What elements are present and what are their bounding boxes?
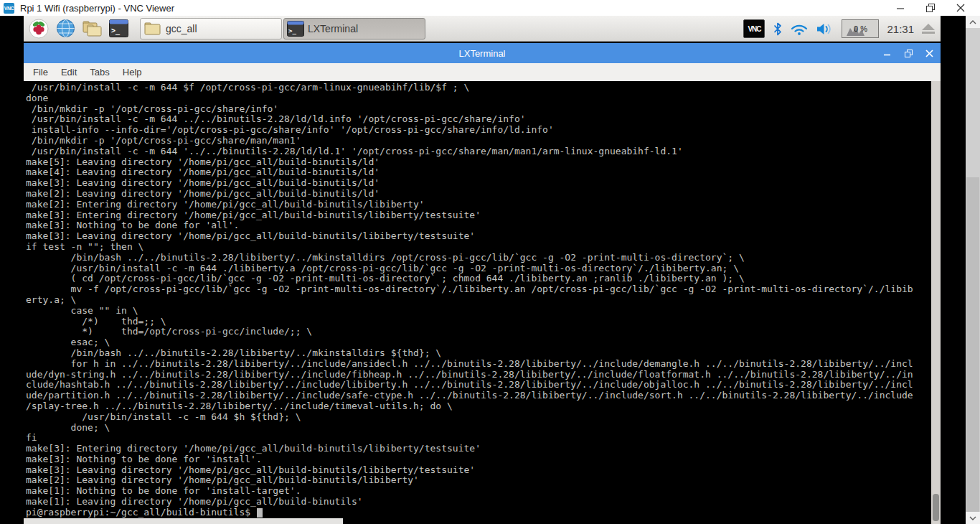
remote-desktop: >_ gcc_all >_ LXTerminal VNC bbox=[24, 16, 941, 524]
terminal-output-row: if test -n ""; then \ bbox=[26, 242, 913, 253]
terminal-output-row: case "" in \ bbox=[26, 306, 913, 317]
terminal-output-row: /usr/bin/install -c -m 644 $h ${thd}; \ bbox=[26, 412, 913, 423]
terminal-icon: >_ bbox=[287, 21, 304, 37]
cpu-usage-monitor[interactable]: 0 % bbox=[842, 19, 879, 38]
terminal-output-row: make[3]: Entering directory '/home/pi/gc… bbox=[26, 444, 913, 454]
terminal-output-row: make[2]: Entering directory '/home/pi/gc… bbox=[26, 200, 913, 210]
terminal-scrollbar[interactable] bbox=[931, 81, 941, 524]
pi-taskbar: >_ gcc_all >_ LXTerminal VNC bbox=[24, 16, 941, 42]
terminal-output-row: /usr/bin/install -c -m 644 ../../binutil… bbox=[26, 114, 913, 125]
close-icon[interactable] bbox=[923, 47, 935, 59]
terminal-output-row: clude/hashtab.h ../../binutils-2.28/libi… bbox=[26, 380, 913, 390]
maximize-restore-icon[interactable] bbox=[903, 47, 914, 59]
terminal-output-row: make[3]: Leaving directory '/home/pi/gcc… bbox=[26, 231, 913, 242]
terminal-output-row: /bin/bash ../../binutils-2.28/libiberty/… bbox=[26, 348, 913, 359]
terminal-output-row: /bin/bash ../../binutils-2.28/libiberty/… bbox=[26, 253, 913, 263]
vnc-viewer-titlebar[interactable]: VNC Rpi 1 Wifi (raspberrypi) - VNC Viewe… bbox=[0, 0, 980, 16]
terminal-output-row: /*) thd=;; \ bbox=[26, 317, 913, 327]
clock[interactable]: 21:31 bbox=[887, 23, 914, 35]
close-icon[interactable] bbox=[946, 0, 976, 16]
terminal-output-row: install-info --info-dir='/opt/cross-pi-g… bbox=[26, 125, 913, 136]
terminal-output-row: make[1]: Nothing to be done for 'install… bbox=[26, 486, 913, 497]
vnc-scrollbar-thumb[interactable] bbox=[966, 177, 979, 512]
terminal-prompt-line: pi@raspberrypi:~/gcc_all/build-binutils$ bbox=[26, 507, 913, 518]
terminal-output-row: make[3]: Leaving directory '/home/pi/gcc… bbox=[26, 465, 913, 476]
taskbar-button-gcc-all[interactable]: gcc_all bbox=[140, 18, 282, 39]
bluetooth-icon[interactable] bbox=[773, 22, 783, 36]
vnc-window-controls bbox=[885, 0, 976, 16]
volume-icon[interactable] bbox=[816, 22, 834, 36]
svg-text:>_: >_ bbox=[288, 27, 296, 34]
terminal-output-row: for h in ../../binutils-2.28/libiberty/.… bbox=[26, 359, 913, 370]
maximize-restore-icon[interactable] bbox=[915, 0, 946, 16]
terminal-output-row: ( cd /opt/cross-pi-gcc/lib/`gcc -g -O2 -… bbox=[26, 273, 913, 284]
terminal-output-row: make[5]: Leaving directory '/home/pi/gcc… bbox=[26, 157, 913, 168]
terminal-output-row: /bin/mkdir -p '/opt/cross-pi-gcc/share/m… bbox=[26, 136, 913, 146]
terminal-output-row: make[3]: Nothing to be done for 'all'. bbox=[26, 220, 913, 231]
menu-tabs[interactable]: Tabs bbox=[83, 67, 116, 78]
terminal-output-area[interactable]: /usr/bin/install -c -m 644 $f /opt/cross… bbox=[24, 81, 941, 524]
web-browser-icon[interactable] bbox=[54, 17, 77, 40]
terminal-output-row: make[1]: Leaving directory '/home/pi/gcc… bbox=[26, 497, 913, 507]
lxterminal-titlebar[interactable]: LXTerminal bbox=[24, 43, 941, 63]
folder-icon bbox=[143, 21, 162, 37]
vnc-window-title: Rpi 1 Wifi (raspberrypi) - VNC Viewer bbox=[20, 3, 174, 14]
vnc-app-icon: VNC bbox=[4, 3, 14, 14]
terminal-output-row: make[3]: Entering directory '/home/pi/gc… bbox=[26, 210, 913, 221]
terminal-output-row: esac; \ bbox=[26, 337, 913, 348]
taskbar-button-lxterminal[interactable]: >_ LXTerminal bbox=[283, 18, 425, 39]
terminal-output-row: ude/partition.h ../../binutils-2.28/libi… bbox=[26, 390, 913, 401]
vnc-server-tray-icon[interactable]: VNC bbox=[743, 19, 765, 38]
menu-file[interactable]: File bbox=[27, 67, 55, 78]
lxterminal-window-controls bbox=[882, 43, 935, 63]
system-tray: VNC 0 % 21:31 bbox=[743, 16, 938, 42]
file-manager-icon[interactable] bbox=[80, 17, 103, 40]
terminal-output-row: /usr/bin/install -c -m 644 $f /opt/cross… bbox=[26, 83, 913, 93]
terminal-output-row: /usr/bin/install -c -m 644 '../../binuti… bbox=[26, 146, 913, 157]
wifi-icon[interactable] bbox=[791, 23, 808, 35]
minimize-icon[interactable] bbox=[882, 47, 893, 59]
terminal-output-row: /splay-tree.h ../../binutils-2.28/libibe… bbox=[26, 401, 913, 412]
shell-prompt: pi@raspberrypi:~/gcc_all/build-binutils$ bbox=[26, 507, 256, 518]
terminal-output-row: done bbox=[26, 93, 913, 104]
terminal-output-row: mv -f /opt/cross-pi-gcc/lib/`gcc -g -O2 … bbox=[26, 284, 913, 295]
raspberry-menu-icon[interactable] bbox=[27, 17, 50, 40]
terminal-output-row: /bin/mkdir -p '/opt/cross-pi-gcc/share/i… bbox=[26, 104, 913, 115]
menu-help[interactable]: Help bbox=[116, 67, 149, 78]
terminal-output-row: *) thd=/opt/cross-pi-gcc/include/;; \ bbox=[26, 327, 913, 337]
scroll-down-icon[interactable] bbox=[966, 512, 980, 524]
terminal-output-row: make[4]: Leaving directory '/home/pi/gcc… bbox=[26, 167, 913, 178]
scroll-up-icon[interactable] bbox=[966, 16, 980, 28]
terminal-output-row: ude/dyn-string.h ../../binutils-2.28/lib… bbox=[26, 370, 913, 380]
terminal-output-row: make[2]: Leaving directory '/home/pi/gcc… bbox=[26, 189, 913, 200]
terminal-output-row: done; \ bbox=[26, 423, 913, 434]
terminal-output-row: make[2]: Leaving directory '/home/pi/gcc… bbox=[26, 475, 913, 486]
terminal-output-row: fi bbox=[26, 433, 913, 444]
minimize-icon[interactable] bbox=[885, 0, 915, 16]
svg-text:>_: >_ bbox=[111, 27, 121, 35]
menu-edit[interactable]: Edit bbox=[55, 67, 83, 78]
vnc-viewer-scrollbar[interactable] bbox=[966, 16, 980, 524]
lxterminal-menubar: File Edit Tabs Help bbox=[24, 63, 941, 81]
terminal-output-row: make[3]: Nothing to be done for 'install… bbox=[26, 454, 913, 465]
terminal-output-row: /usr/bin/install -c -m 644 ./libiberty.a… bbox=[26, 263, 913, 274]
terminal-launcher-icon[interactable]: >_ bbox=[107, 17, 130, 40]
terminal-output-row: erty.a; \ bbox=[26, 295, 913, 306]
terminal-cursor bbox=[257, 508, 263, 518]
taskbar-button-label: LXTerminal bbox=[308, 23, 358, 34]
taskbar-button-label: gcc_all bbox=[166, 23, 197, 34]
terminal-output-row: make[3]: Leaving directory '/home/pi/gcc… bbox=[26, 178, 913, 189]
cpu-usage-label: 0 % bbox=[842, 20, 878, 37]
terminal-scrollbar-thumb[interactable] bbox=[933, 494, 939, 521]
lxterminal-title: LXTerminal bbox=[458, 48, 505, 59]
terminal-output-text: /usr/bin/install -c -m 644 $f /opt/cross… bbox=[26, 83, 913, 518]
terminal-output-rows: /usr/bin/install -c -m 644 $f /opt/cross… bbox=[26, 83, 913, 507]
background-window-sliver bbox=[24, 518, 343, 524]
eject-icon[interactable] bbox=[922, 24, 935, 34]
lxterminal-window: LXTerminal File Edit Tabs Help /usr/b bbox=[24, 43, 941, 524]
